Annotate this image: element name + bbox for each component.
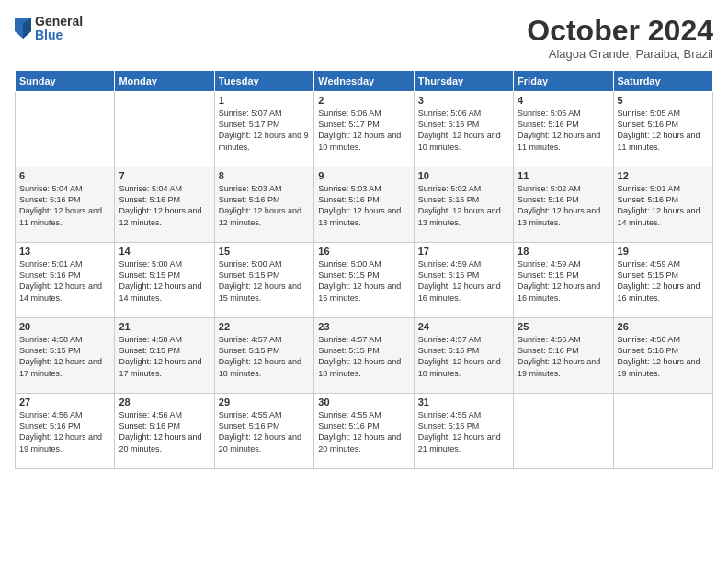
day-number: 4 (518, 95, 609, 106)
day-info: Sunrise: 4:58 AM Sunset: 5:15 PM Dayligh… (119, 334, 210, 379)
day-number: 14 (119, 246, 210, 257)
calendar-cell: 22Sunrise: 4:57 AM Sunset: 5:15 PM Dayli… (214, 318, 313, 394)
day-number: 9 (318, 170, 409, 181)
day-number: 13 (19, 246, 110, 257)
calendar-cell: 15Sunrise: 5:00 AM Sunset: 5:15 PM Dayli… (214, 243, 313, 318)
logo-general: General (35, 15, 83, 29)
calendar-cell (613, 394, 712, 469)
day-number: 22 (219, 321, 310, 332)
calendar-week-2: 6Sunrise: 5:04 AM Sunset: 5:16 PM Daylig… (16, 167, 713, 243)
day-info: Sunrise: 5:00 AM Sunset: 5:15 PM Dayligh… (119, 259, 210, 304)
day-info: Sunrise: 4:55 AM Sunset: 5:16 PM Dayligh… (219, 409, 310, 454)
col-monday: Monday (115, 71, 214, 92)
calendar-week-3: 13Sunrise: 5:01 AM Sunset: 5:16 PM Dayli… (16, 243, 713, 318)
month-title: October 2024 (527, 15, 713, 47)
day-info: Sunrise: 4:57 AM Sunset: 5:15 PM Dayligh… (318, 334, 409, 379)
day-number: 8 (219, 170, 310, 181)
col-thursday: Thursday (414, 71, 513, 92)
calendar-cell: 1Sunrise: 5:07 AM Sunset: 5:17 PM Daylig… (214, 92, 313, 167)
day-info: Sunrise: 4:59 AM Sunset: 5:15 PM Dayligh… (618, 259, 709, 304)
calendar-week-5: 27Sunrise: 4:56 AM Sunset: 5:16 PM Dayli… (16, 394, 713, 469)
calendar-cell: 8Sunrise: 5:03 AM Sunset: 5:16 PM Daylig… (214, 167, 313, 243)
day-info: Sunrise: 5:00 AM Sunset: 5:15 PM Dayligh… (219, 259, 310, 304)
page-header: General Blue October 2024 Alagoa Grande,… (15, 15, 713, 61)
calendar-header-row: Sunday Monday Tuesday Wednesday Thursday… (16, 71, 713, 92)
day-info: Sunrise: 4:58 AM Sunset: 5:15 PM Dayligh… (19, 334, 110, 379)
day-info: Sunrise: 5:00 AM Sunset: 5:15 PM Dayligh… (318, 259, 409, 304)
day-number: 11 (518, 170, 609, 181)
calendar-week-1: 1Sunrise: 5:07 AM Sunset: 5:17 PM Daylig… (16, 92, 713, 167)
day-number: 25 (518, 321, 609, 332)
day-info: Sunrise: 5:03 AM Sunset: 5:16 PM Dayligh… (318, 183, 409, 228)
col-sunday: Sunday (16, 71, 115, 92)
logo-icon (15, 18, 31, 39)
calendar-cell: 6Sunrise: 5:04 AM Sunset: 5:16 PM Daylig… (16, 167, 115, 243)
day-info: Sunrise: 5:04 AM Sunset: 5:16 PM Dayligh… (19, 183, 110, 228)
calendar-cell: 14Sunrise: 5:00 AM Sunset: 5:15 PM Dayli… (115, 243, 214, 318)
day-number: 2 (318, 95, 409, 106)
day-number: 28 (119, 396, 210, 408)
calendar-cell (514, 394, 613, 469)
day-info: Sunrise: 4:56 AM Sunset: 5:16 PM Dayligh… (618, 334, 709, 379)
day-number: 30 (318, 396, 409, 408)
day-info: Sunrise: 5:04 AM Sunset: 5:16 PM Dayligh… (119, 183, 210, 228)
day-info: Sunrise: 5:02 AM Sunset: 5:16 PM Dayligh… (518, 183, 609, 228)
calendar-cell (16, 92, 115, 167)
day-info: Sunrise: 4:59 AM Sunset: 5:15 PM Dayligh… (418, 259, 509, 304)
calendar-cell: 25Sunrise: 4:56 AM Sunset: 5:16 PM Dayli… (514, 318, 613, 394)
calendar-cell: 20Sunrise: 4:58 AM Sunset: 5:15 PM Dayli… (16, 318, 115, 394)
day-number: 26 (618, 321, 709, 332)
calendar-cell: 12Sunrise: 5:01 AM Sunset: 5:16 PM Dayli… (613, 167, 712, 243)
day-info: Sunrise: 5:01 AM Sunset: 5:16 PM Dayligh… (618, 183, 709, 228)
day-number: 7 (119, 170, 210, 181)
day-number: 20 (19, 321, 110, 332)
calendar-cell: 28Sunrise: 4:56 AM Sunset: 5:16 PM Dayli… (115, 394, 214, 469)
day-info: Sunrise: 4:56 AM Sunset: 5:16 PM Dayligh… (518, 334, 609, 379)
calendar-cell: 9Sunrise: 5:03 AM Sunset: 5:16 PM Daylig… (314, 167, 414, 243)
day-info: Sunrise: 4:59 AM Sunset: 5:15 PM Dayligh… (518, 259, 609, 304)
calendar-cell: 26Sunrise: 4:56 AM Sunset: 5:16 PM Dayli… (613, 318, 712, 394)
day-info: Sunrise: 4:55 AM Sunset: 5:16 PM Dayligh… (318, 409, 409, 454)
day-info: Sunrise: 5:06 AM Sunset: 5:17 PM Dayligh… (318, 108, 409, 153)
day-info: Sunrise: 4:56 AM Sunset: 5:16 PM Dayligh… (119, 409, 210, 454)
day-info: Sunrise: 5:05 AM Sunset: 5:16 PM Dayligh… (618, 108, 709, 153)
calendar-cell: 2Sunrise: 5:06 AM Sunset: 5:17 PM Daylig… (314, 92, 414, 167)
day-number: 23 (318, 321, 409, 332)
calendar-cell: 30Sunrise: 4:55 AM Sunset: 5:16 PM Dayli… (314, 394, 414, 469)
calendar-cell: 7Sunrise: 5:04 AM Sunset: 5:16 PM Daylig… (115, 167, 214, 243)
day-number: 15 (219, 246, 310, 257)
logo: General Blue (15, 15, 83, 43)
calendar-cell: 29Sunrise: 4:55 AM Sunset: 5:16 PM Dayli… (214, 394, 313, 469)
calendar-cell: 5Sunrise: 5:05 AM Sunset: 5:16 PM Daylig… (613, 92, 712, 167)
day-number: 31 (418, 396, 509, 408)
location-subtitle: Alagoa Grande, Paraiba, Brazil (527, 47, 713, 61)
calendar-cell: 19Sunrise: 4:59 AM Sunset: 5:15 PM Dayli… (613, 243, 712, 318)
calendar-cell: 3Sunrise: 5:06 AM Sunset: 5:16 PM Daylig… (414, 92, 513, 167)
day-number: 16 (318, 246, 409, 257)
day-number: 1 (219, 95, 310, 106)
calendar-cell: 16Sunrise: 5:00 AM Sunset: 5:15 PM Dayli… (314, 243, 414, 318)
day-info: Sunrise: 5:02 AM Sunset: 5:16 PM Dayligh… (418, 183, 509, 228)
calendar-cell: 17Sunrise: 4:59 AM Sunset: 5:15 PM Dayli… (414, 243, 513, 318)
day-number: 24 (418, 321, 509, 332)
day-number: 19 (618, 246, 709, 257)
calendar-cell: 4Sunrise: 5:05 AM Sunset: 5:16 PM Daylig… (514, 92, 613, 167)
day-number: 21 (119, 321, 210, 332)
col-friday: Friday (514, 71, 613, 92)
day-number: 29 (219, 396, 310, 408)
day-number: 17 (418, 246, 509, 257)
day-number: 5 (618, 95, 709, 106)
calendar-cell: 23Sunrise: 4:57 AM Sunset: 5:15 PM Dayli… (314, 318, 414, 394)
calendar-cell: 31Sunrise: 4:55 AM Sunset: 5:16 PM Dayli… (414, 394, 513, 469)
col-wednesday: Wednesday (314, 71, 414, 92)
day-number: 6 (19, 170, 110, 181)
calendar-cell (115, 92, 214, 167)
calendar-cell: 18Sunrise: 4:59 AM Sunset: 5:15 PM Dayli… (514, 243, 613, 318)
calendar-week-4: 20Sunrise: 4:58 AM Sunset: 5:15 PM Dayli… (16, 318, 713, 394)
calendar-cell: 27Sunrise: 4:56 AM Sunset: 5:16 PM Dayli… (16, 394, 115, 469)
calendar-cell: 21Sunrise: 4:58 AM Sunset: 5:15 PM Dayli… (115, 318, 214, 394)
calendar-cell: 10Sunrise: 5:02 AM Sunset: 5:16 PM Dayli… (414, 167, 513, 243)
day-number: 27 (19, 396, 110, 408)
day-info: Sunrise: 4:55 AM Sunset: 5:16 PM Dayligh… (418, 409, 509, 454)
col-tuesday: Tuesday (214, 71, 313, 92)
